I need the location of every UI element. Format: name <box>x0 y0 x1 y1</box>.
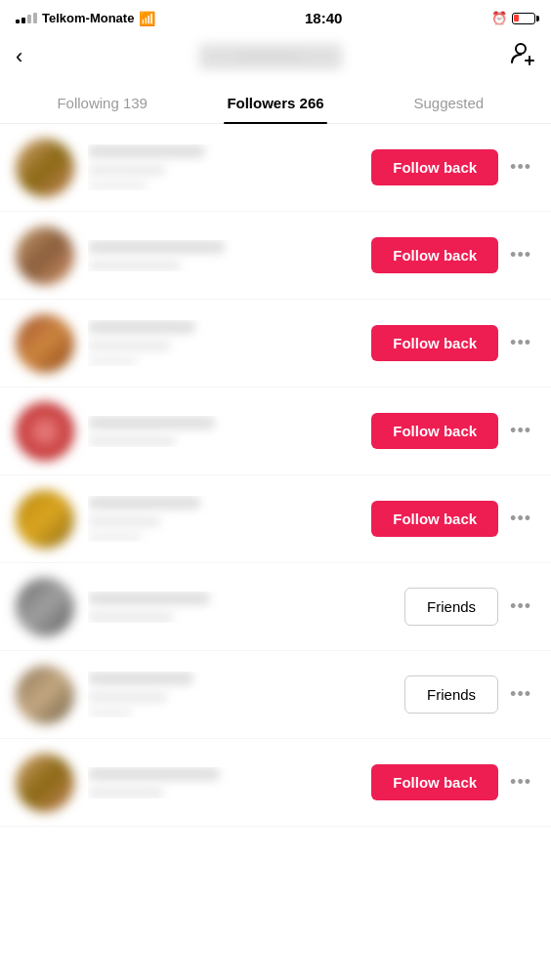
tabs-container: Following 139 Followers 266 Suggested <box>0 85 551 124</box>
friends-button[interactable]: Friends <box>404 588 498 626</box>
user-handle <box>88 691 168 703</box>
user-name <box>88 767 220 781</box>
user-handle <box>88 260 181 271</box>
list-item: Follow back••• <box>0 388 551 475</box>
user-info <box>88 672 404 717</box>
more-options-button[interactable]: ••• <box>506 592 535 621</box>
user-name <box>88 672 193 685</box>
list-item: Follow back••• <box>0 212 551 300</box>
list-item: Follow back••• <box>0 124 551 212</box>
status-left: Telkom-Monate 📶 <box>16 11 155 26</box>
user-info <box>88 767 371 798</box>
status-bar: Telkom-Monate 📶 18:40 ⏰ <box>0 0 551 32</box>
action-area: Follow back••• <box>371 325 535 361</box>
follow-back-button[interactable]: Follow back <box>371 325 498 361</box>
action-area: Friends••• <box>404 675 535 714</box>
user-handle <box>88 435 176 447</box>
list-item: Follow back••• <box>0 300 551 388</box>
action-area: Follow back••• <box>371 237 535 273</box>
user-info <box>88 240 371 271</box>
user-name <box>88 496 200 510</box>
user-handle <box>88 787 164 798</box>
follow-back-button[interactable]: Follow back <box>371 413 498 449</box>
svg-point-0 <box>516 44 526 54</box>
more-options-button[interactable]: ••• <box>506 153 535 182</box>
more-options-button[interactable]: ••• <box>506 417 535 445</box>
list-item: Friends••• <box>0 563 551 651</box>
tab-following[interactable]: Following 139 <box>16 85 189 123</box>
follow-back-button[interactable]: Follow back <box>371 764 498 800</box>
more-options-button[interactable]: ••• <box>506 680 535 709</box>
user-info <box>88 144 371 190</box>
user-extra <box>88 532 142 542</box>
avatar <box>16 666 74 724</box>
user-info <box>88 496 371 542</box>
signal-icon <box>16 13 37 23</box>
user-name <box>88 144 205 158</box>
list-item: Friends••• <box>0 651 551 739</box>
avatar <box>16 578 74 636</box>
more-options-button[interactable]: ••• <box>506 505 535 533</box>
action-area: Follow back••• <box>371 149 535 185</box>
friends-button[interactable]: Friends <box>404 675 498 714</box>
wifi-icon: 📶 <box>139 11 155 26</box>
avatar <box>16 490 74 549</box>
add-user-button[interactable] <box>510 41 535 72</box>
user-name <box>88 240 225 254</box>
tab-suggested[interactable]: Suggested <box>362 85 535 123</box>
action-area: Follow back••• <box>371 501 535 537</box>
follow-back-button[interactable]: Follow back <box>371 501 498 537</box>
tab-followers[interactable]: Followers 266 <box>189 85 361 123</box>
back-button[interactable]: ‹ <box>16 40 30 73</box>
user-extra <box>88 708 132 717</box>
user-extra <box>88 356 137 366</box>
avatar <box>16 314 74 373</box>
user-info <box>88 592 404 623</box>
user-name <box>88 320 195 334</box>
clock: 18:40 <box>305 10 342 26</box>
nav-header: ‹ •••••••••• <box>0 32 551 85</box>
user-handle <box>88 164 166 176</box>
avatar <box>16 139 74 197</box>
alarm-icon: ⏰ <box>491 11 507 25</box>
action-area: Friends••• <box>404 588 535 626</box>
user-info <box>88 320 371 366</box>
action-area: Follow back••• <box>371 764 535 800</box>
battery-icon <box>512 13 535 24</box>
carrier-label: Telkom-Monate <box>42 11 134 25</box>
follow-back-button[interactable]: Follow back <box>371 149 498 185</box>
user-handle <box>88 340 171 351</box>
more-options-button[interactable]: ••• <box>506 329 535 357</box>
user-list: Follow back•••Follow back•••Follow back•… <box>0 124 551 827</box>
user-extra <box>88 181 147 190</box>
status-right: ⏰ <box>491 11 535 25</box>
user-info <box>88 416 371 447</box>
user-handle <box>88 515 161 527</box>
avatar <box>16 226 74 285</box>
user-name <box>88 592 210 605</box>
list-item: Follow back••• <box>0 739 551 827</box>
profile-title: •••••••••• <box>199 44 342 69</box>
avatar <box>16 402 74 461</box>
follow-back-button[interactable]: Follow back <box>371 237 498 273</box>
list-item: Follow back••• <box>0 475 551 563</box>
avatar <box>16 754 74 812</box>
more-options-button[interactable]: ••• <box>506 768 535 796</box>
add-user-icon <box>510 41 535 66</box>
user-name <box>88 416 215 429</box>
more-options-button[interactable]: ••• <box>506 241 535 269</box>
user-handle <box>88 611 174 623</box>
action-area: Follow back••• <box>371 413 535 449</box>
